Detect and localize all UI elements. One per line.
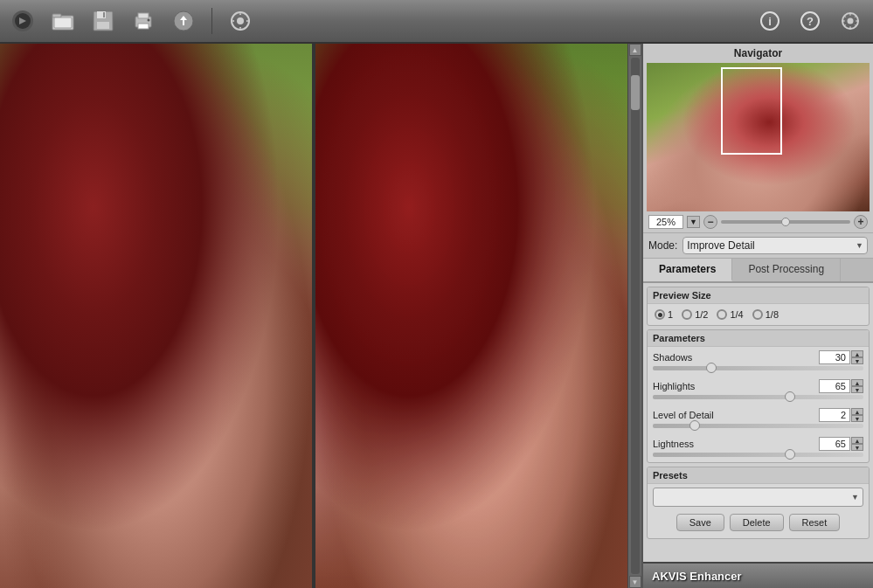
lightness-label: Lightness (653, 439, 694, 449)
shadows-value[interactable]: 30 (819, 350, 850, 364)
preview-size-group: Preview Size 1 1/2 1/4 (647, 287, 870, 326)
shadows-slider[interactable] (653, 366, 863, 370)
highlights-stepper[interactable]: ▲ ▼ (851, 379, 863, 393)
mode-select-value: Improve Detail (687, 239, 754, 252)
level-of-detail-slider-thumb[interactable] (689, 420, 700, 431)
preview-size-1[interactable]: 1 (655, 309, 673, 320)
tab-post-processing[interactable]: Post Processing (732, 259, 841, 281)
lightness-value[interactable]: 65 (819, 437, 850, 451)
tabs-bar: Parameters Post Processing (643, 259, 873, 283)
lightness-value-box: 65 ▲ ▼ (819, 437, 863, 451)
lightness-param-row: Lightness 65 ▲ ▼ (648, 433, 869, 462)
delete-preset-button[interactable]: Delete (730, 514, 784, 531)
level-of-detail-stepper[interactable]: ▲ ▼ (851, 408, 863, 422)
svg-rect-8 (103, 12, 105, 17)
right-panel: Navigator 25% ▼ − + Mode: Improve Detail… (641, 44, 873, 588)
preview-size-half[interactable]: 1/2 (682, 309, 708, 320)
help-button[interactable]: ? (794, 5, 826, 37)
export-button[interactable] (168, 5, 199, 37)
radio-half-circle[interactable] (682, 309, 692, 320)
scroll-down-arrow[interactable]: ▼ (629, 576, 641, 588)
canvas-area (0, 44, 627, 588)
scroll-up-arrow[interactable]: ▲ (629, 44, 641, 56)
logo-button[interactable] (7, 5, 38, 37)
zoom-slider[interactable] (721, 220, 850, 224)
preview-size-eighth[interactable]: 1/8 (752, 309, 779, 320)
gear-button[interactable] (225, 5, 256, 37)
shadows-stepper[interactable]: ▲ ▼ (851, 350, 863, 364)
print-button[interactable] (128, 5, 159, 37)
lightness-up-button[interactable]: ▲ (851, 437, 863, 444)
svg-point-12 (148, 19, 150, 22)
save-preset-button[interactable]: Save (676, 514, 724, 531)
svg-text:i: i (768, 15, 772, 28)
scroll-thumb[interactable] (631, 75, 640, 110)
highlights-value[interactable]: 65 (819, 379, 850, 393)
lightness-slider-thumb[interactable] (785, 449, 795, 460)
level-of-detail-param-row: Level of Detail 2 ▲ ▼ (648, 405, 869, 433)
navigator-thumbnail (647, 63, 870, 211)
mode-bar: Mode: Improve Detail ▼ (643, 233, 873, 259)
after-panel (315, 44, 627, 588)
preferences-button[interactable] (835, 5, 866, 37)
shadows-slider-thumb[interactable] (706, 363, 717, 373)
level-of-detail-label-row: Level of Detail 2 ▲ ▼ (653, 408, 863, 422)
highlights-label-row: Highlights 65 ▲ ▼ (653, 379, 863, 393)
lightness-slider[interactable] (653, 453, 863, 457)
canvas-scrollbar[interactable]: ▲ ▼ (627, 44, 641, 588)
highlights-param-row: Highlights 65 ▲ ▼ (648, 376, 869, 405)
level-of-detail-down-button[interactable]: ▼ (851, 415, 863, 422)
radio-half-label: 1/2 (695, 309, 708, 320)
zoom-plus-button[interactable]: + (854, 215, 868, 229)
radio-eighth-circle[interactable] (752, 309, 763, 320)
highlights-slider[interactable] (653, 395, 863, 399)
presets-header: Presets (648, 467, 869, 484)
save-button[interactable] (87, 5, 119, 37)
svg-rect-10 (138, 13, 149, 18)
level-of-detail-slider[interactable] (653, 424, 863, 428)
info-button[interactable]: i (754, 5, 786, 37)
after-image (315, 44, 627, 588)
app-name-label: AKVIS Enhancer (652, 570, 742, 583)
reset-preset-button[interactable]: Reset (789, 514, 841, 531)
svg-rect-3 (52, 14, 61, 17)
svg-rect-7 (97, 22, 109, 29)
shadows-up-button[interactable]: ▲ (851, 350, 863, 357)
toolbar: i ? (0, 0, 873, 44)
highlights-down-button[interactable]: ▼ (851, 386, 863, 393)
shadows-param-row: Shadows 30 ▲ ▼ (648, 347, 869, 376)
main-area: ▲ ▼ Navigator 25% ▼ − + (0, 44, 873, 588)
level-of-detail-value[interactable]: 2 (819, 408, 850, 422)
radio-quarter-circle[interactable] (717, 309, 727, 320)
mode-label: Mode: (648, 239, 677, 252)
lightness-down-button[interactable]: ▼ (851, 444, 863, 451)
toolbar-separator (211, 8, 212, 34)
zoom-dropdown-button[interactable]: ▼ (687, 216, 700, 228)
tab-parameters[interactable]: Parameters (643, 259, 732, 281)
mode-select[interactable]: Improve Detail ▼ (682, 237, 868, 254)
shadows-down-button[interactable]: ▼ (851, 357, 863, 364)
highlights-value-box: 65 ▲ ▼ (819, 379, 863, 393)
zoom-value: 25% (648, 215, 683, 229)
svg-text:?: ? (807, 15, 814, 28)
scroll-track[interactable] (631, 58, 640, 574)
parameters-group: Parameters Shadows 30 ▲ ▼ (647, 329, 870, 463)
radio-1-circle[interactable] (655, 309, 665, 320)
highlights-up-button[interactable]: ▲ (851, 379, 863, 386)
presets-buttons: Save Delete Reset (648, 510, 869, 538)
preview-size-quarter[interactable]: 1/4 (717, 309, 743, 320)
open-button[interactable] (47, 5, 79, 37)
highlights-label: Highlights (653, 381, 695, 391)
level-of-detail-up-button[interactable]: ▲ (851, 408, 863, 415)
lightness-stepper[interactable]: ▲ ▼ (851, 437, 863, 451)
before-image (0, 44, 312, 588)
zoom-minus-button[interactable]: − (703, 215, 717, 229)
presets-dropdown[interactable]: ▼ (653, 488, 863, 507)
highlights-slider-thumb[interactable] (785, 391, 795, 402)
shadows-value-box: 30 ▲ ▼ (819, 350, 863, 364)
svg-rect-4 (54, 17, 72, 28)
svg-rect-11 (138, 24, 149, 29)
zoom-slider-thumb[interactable] (781, 218, 790, 226)
parameters-header: Parameters (648, 330, 869, 347)
mode-select-arrow-icon: ▼ (856, 241, 863, 250)
